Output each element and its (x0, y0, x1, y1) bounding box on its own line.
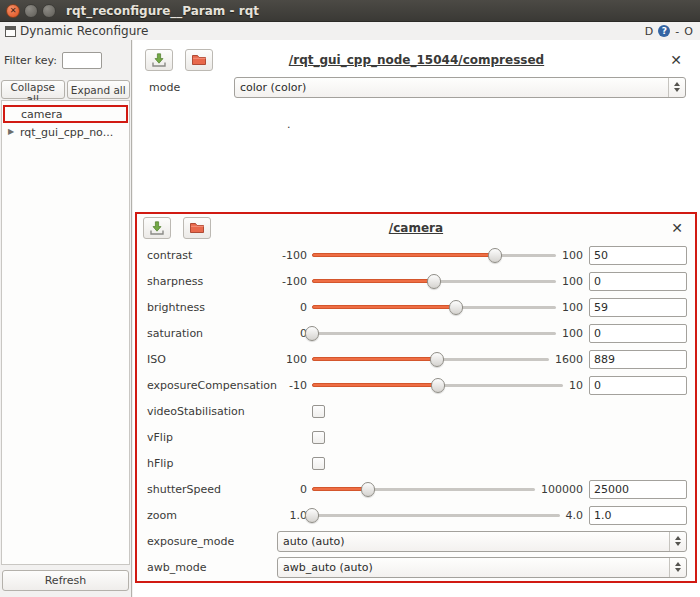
vflip-checkbox[interactable] (312, 431, 325, 444)
slider-handle[interactable] (449, 300, 463, 315)
refresh-button[interactable]: Refresh (2, 570, 129, 591)
minimize-plugin-button[interactable]: - (675, 25, 679, 38)
sharpness-value-input[interactable] (589, 272, 687, 291)
panel-title: /camera (137, 221, 695, 235)
slider-handle[interactable] (361, 482, 375, 497)
slider-handle[interactable] (427, 274, 441, 289)
exposure-mode-combobox[interactable]: auto (auto) (277, 531, 687, 552)
close-window-button[interactable]: ✕ (6, 4, 20, 18)
combobox-value: color (color) (240, 81, 306, 94)
slider-min-label: 0 (277, 301, 307, 314)
param-panel-camera: /camera ✕ contrast -100 100 sharpness (137, 214, 695, 581)
mode-combobox[interactable]: color (color) (234, 77, 686, 98)
filter-key-label: Filter key: (4, 54, 57, 67)
folder-icon (189, 220, 205, 236)
save-params-button[interactable] (143, 217, 171, 239)
zoom-value-input[interactable] (589, 506, 687, 525)
node-tree: camera ▶ rqt_gui_cpp_no... (1, 100, 130, 565)
param-row-shutter-speed: shutterSpeed 0 100000 (137, 476, 695, 502)
saturation-value-input[interactable] (589, 324, 687, 343)
open-params-button[interactable] (185, 49, 213, 71)
exposure-compensation-value-input[interactable] (589, 376, 687, 395)
param-label: contrast (147, 249, 277, 262)
zoom-slider[interactable] (312, 508, 560, 523)
tree-item-rqt-gui-cpp-node[interactable]: ▶ rqt_gui_cpp_no... (2, 123, 129, 141)
plugin-icon (5, 26, 16, 37)
tree-item-camera[interactable]: camera (3, 105, 128, 123)
brightness-slider[interactable] (312, 300, 556, 315)
slider-handle[interactable] (431, 378, 445, 393)
shutter-speed-slider[interactable] (312, 482, 535, 497)
param-row-zoom: zoom 1.0 4.0 (137, 502, 695, 528)
open-params-button[interactable] (183, 217, 211, 239)
param-label: shutterSpeed (147, 483, 277, 496)
tree-item-label: camera (21, 108, 63, 121)
video-stabilisation-checkbox[interactable] (312, 405, 325, 418)
combobox-value: awb_auto (auto) (283, 561, 373, 574)
save-params-button[interactable] (145, 49, 173, 71)
sidebar: Filter key: Collapse all Expand all came… (0, 40, 132, 597)
param-label: exposureCompensation (147, 379, 277, 392)
combobox-arrows-icon[interactable] (668, 78, 685, 97)
slider-handle[interactable] (488, 248, 502, 263)
param-row-video-stabilisation: videoStabilisation (137, 398, 695, 424)
param-row-saturation: saturation 0 100 (137, 320, 695, 346)
iso-value-input[interactable] (589, 350, 687, 369)
collapse-all-button[interactable]: Collapse all (1, 80, 65, 99)
slider-min-label: 0 (277, 483, 307, 496)
slider-min-label: 0 (277, 327, 307, 340)
param-label: saturation (147, 327, 277, 340)
expand-all-button[interactable]: Expand all (67, 80, 131, 99)
param-row-contrast: contrast -100 100 (137, 242, 695, 268)
undock-button[interactable]: O (684, 25, 693, 38)
param-row-brightness: brightness 0 100 (137, 294, 695, 320)
slider-handle[interactable] (305, 508, 319, 523)
close-icon: ✕ (10, 7, 17, 15)
shutter-speed-value-input[interactable] (589, 480, 687, 499)
dock-button[interactable]: D (645, 25, 653, 38)
help-icon[interactable]: ? (658, 25, 670, 37)
slider-min-label: -100 (277, 249, 307, 262)
param-row-sharpness: sharpness -100 100 (137, 268, 695, 294)
close-panel-button[interactable]: ✕ (666, 50, 686, 70)
slider-max-label: 10 (569, 379, 583, 392)
brightness-value-input[interactable] (589, 298, 687, 317)
minimize-window-button[interactable] (24, 4, 38, 18)
sharpness-slider[interactable] (312, 274, 556, 289)
slider-max-label: 100 (562, 301, 583, 314)
param-row-awb-mode: awb_mode awb_auto (auto) (137, 554, 695, 580)
param-label: mode (149, 81, 234, 94)
slider-handle[interactable] (430, 352, 444, 367)
hflip-checkbox[interactable] (312, 457, 325, 470)
save-icon (151, 52, 167, 68)
combobox-arrows-icon[interactable] (669, 558, 686, 577)
combobox-value: auto (auto) (283, 535, 345, 548)
combobox-arrows-icon[interactable] (669, 532, 686, 551)
iso-slider[interactable] (312, 352, 549, 367)
slider-max-label: 100000 (541, 483, 583, 496)
saturation-slider[interactable] (312, 326, 556, 341)
slider-max-label: 100 (562, 327, 583, 340)
param-label: awb_mode (147, 561, 277, 574)
param-label: zoom (147, 509, 277, 522)
slider-handle[interactable] (305, 326, 319, 341)
expander-icon[interactable]: ▶ (8, 127, 14, 136)
slider-max-label: 4.0 (566, 509, 584, 522)
folder-icon (191, 52, 207, 68)
window-title: rqt_reconfigure__Param - rqt (66, 4, 259, 18)
contrast-slider[interactable] (312, 248, 556, 263)
stray-dot: . (287, 118, 291, 131)
slider-max-label: 1600 (555, 353, 583, 366)
exposure-compensation-slider[interactable] (312, 378, 563, 393)
panel-toolbar: /rqt_gui_cpp_node_15044/compressed ✕ (139, 46, 694, 74)
close-panel-button[interactable]: ✕ (667, 218, 687, 238)
awb-mode-combobox[interactable]: awb_auto (auto) (277, 557, 687, 578)
contrast-value-input[interactable] (589, 246, 687, 265)
filter-key-input[interactable] (62, 52, 102, 69)
param-row-exposure-mode: exposure_mode auto (auto) (137, 528, 695, 554)
maximize-window-button[interactable] (42, 4, 56, 18)
param-label: brightness (147, 301, 277, 314)
panel-toolbar: /camera ✕ (137, 214, 695, 242)
plugin-titlebar: Dynamic Reconfigure D ? - O (0, 22, 700, 40)
titlebar: ✕ rqt_reconfigure__Param - rqt (0, 0, 700, 22)
